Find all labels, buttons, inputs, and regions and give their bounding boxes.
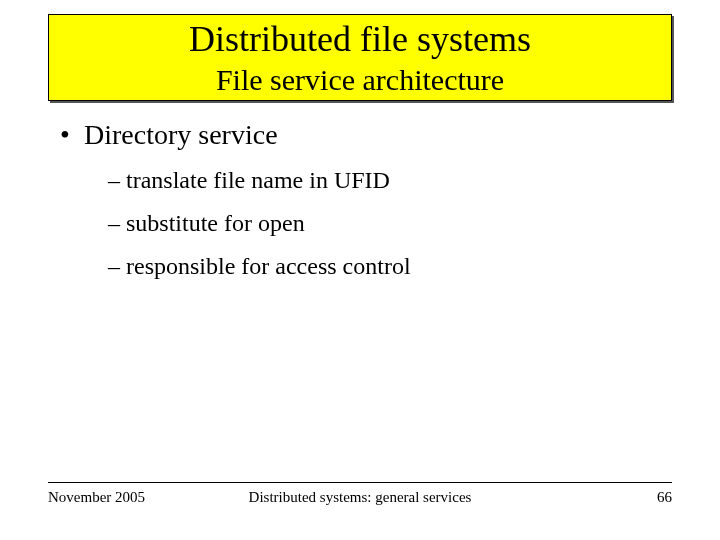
slide-title: Distributed file systems [49,19,671,60]
bullet-level2: –responsible for access control [108,253,660,280]
slide-subtitle: File service architecture [49,62,671,98]
bullet-level2: –translate file name in UFID [108,167,660,194]
dash-icon: – [108,253,126,280]
subbullet-list: –translate file name in UFID –substitute… [108,167,660,280]
dash-icon: – [108,210,126,237]
slide-body: •Directory service –translate file name … [60,119,660,280]
bullet-dot-icon: • [60,119,84,151]
bullet-level2: –substitute for open [108,210,660,237]
footer-page-number: 66 [657,489,672,506]
bullet-level1: •Directory service [60,119,660,151]
subbullet-text: translate file name in UFID [126,167,390,193]
dash-icon: – [108,167,126,194]
bullet-text: Directory service [84,119,278,150]
subbullet-text: substitute for open [126,210,305,236]
footer-date: November 2005 [48,489,145,506]
slide-footer: November 2005 Distributed systems: gener… [48,482,672,506]
title-block: Distributed file systems File service ar… [48,14,672,101]
subbullet-text: responsible for access control [126,253,411,279]
